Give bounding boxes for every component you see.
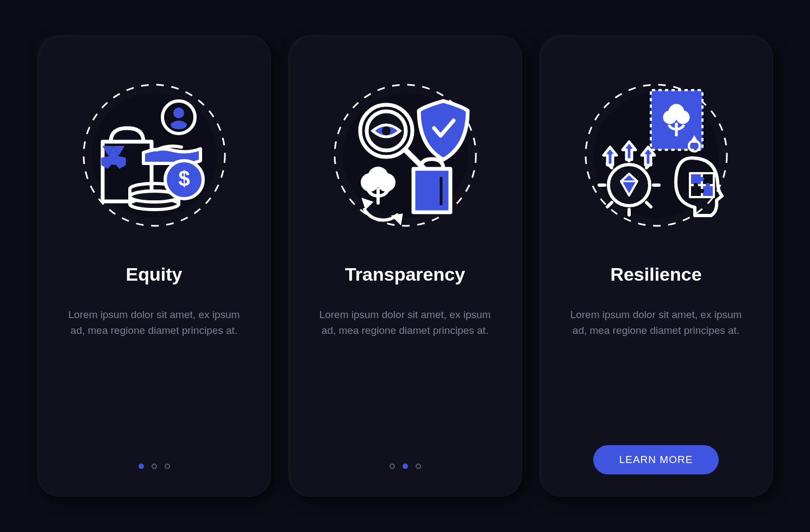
- pager-dot-3[interactable]: [416, 464, 421, 469]
- pager-dot-2[interactable]: [152, 464, 157, 469]
- transparency-icon: [318, 68, 492, 242]
- card-description: Lorem ipsum dolor sit amet, ex ipsum ad,…: [567, 307, 746, 339]
- svg-point-39: [700, 177, 704, 181]
- card-description: Lorem ipsum dolor sit amet, ex ipsum ad,…: [65, 307, 244, 339]
- pager-dots: [390, 464, 421, 469]
- card-title: Transparency: [345, 264, 465, 285]
- svg-point-3: [173, 107, 184, 118]
- card-description: Lorem ipsum dolor sit amet, ex ipsum ad,…: [316, 307, 495, 339]
- svg-point-16: [362, 175, 378, 190]
- svg-point-22: [664, 112, 675, 123]
- svg-point-41: [706, 183, 710, 187]
- onboarding-card-resilience: Resilience Lorem ipsum dolor sit amet, e…: [539, 35, 773, 497]
- pager-dot-1[interactable]: [139, 464, 144, 469]
- onboarding-card-equity: $ Equity Lorem ipsum dolor sit amet, ex …: [37, 35, 271, 497]
- illustration-equity: $: [54, 63, 254, 248]
- pager-dot-1[interactable]: [390, 464, 395, 469]
- equity-icon: $: [67, 68, 241, 242]
- pager-dots: [139, 464, 170, 469]
- card-title: Equity: [126, 264, 183, 285]
- resilience-icon: [569, 68, 743, 242]
- illustration-transparency: [305, 63, 505, 248]
- svg-point-12: [382, 126, 391, 135]
- pager-dot-2[interactable]: [403, 464, 408, 469]
- pager-dot-3[interactable]: [165, 464, 170, 469]
- svg-point-17: [379, 175, 394, 190]
- svg-text:$: $: [178, 167, 190, 190]
- card-title: Resilience: [610, 264, 701, 285]
- illustration-resilience: [556, 63, 756, 248]
- svg-point-23: [677, 112, 688, 123]
- learn-more-button[interactable]: LEARN MORE: [593, 445, 719, 474]
- svg-point-40: [694, 183, 698, 187]
- svg-line-32: [607, 202, 612, 207]
- onboarding-card-transparency: Transparency Lorem ipsum dolor sit amet,…: [288, 35, 522, 497]
- svg-point-42: [700, 189, 704, 193]
